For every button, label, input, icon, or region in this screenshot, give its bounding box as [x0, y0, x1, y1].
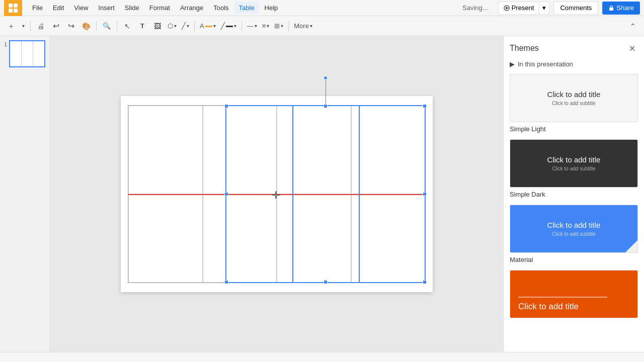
menu-tools[interactable]: Tools — [209, 2, 232, 14]
app-logo[interactable] — [4, 0, 22, 16]
toolbar-separator-4 — [194, 21, 195, 31]
svg-rect-1 — [14, 4, 18, 8]
main-area: 1 — [0, 36, 644, 352]
shapes-dropdown[interactable]: ⬡▾ — [166, 19, 179, 33]
more-dropdown[interactable]: More▾ — [292, 19, 314, 33]
menu-bar: File Edit View Insert Slide Format Arran… — [0, 0, 644, 16]
present-dropdown[interactable]: ▾ — [539, 2, 549, 14]
line-dropdown[interactable]: ╱▾ — [180, 19, 191, 33]
toolbar-separator-5 — [242, 21, 242, 31]
cell-r2c3[interactable] — [277, 194, 351, 283]
editor-canvas[interactable]: ✛ — [50, 36, 503, 352]
theme-item-orange: Click to add title — [510, 270, 638, 318]
slide-canvas[interactable]: ✛ — [121, 96, 433, 292]
theme-item-simple-dark: Click to add title Click to add subtitle… — [510, 139, 638, 199]
undo-button[interactable]: ↩ — [49, 19, 63, 33]
toolbar-separator-3 — [117, 21, 117, 31]
theme-preview-material[interactable]: Click to add title Click to add subtitle — [510, 205, 638, 253]
menu-edit[interactable]: Edit — [49, 2, 68, 14]
cell-r1c2[interactable] — [203, 106, 277, 194]
lock-icon — [608, 5, 614, 11]
table-grid — [128, 106, 425, 283]
menu-help[interactable]: Help — [261, 2, 282, 14]
rotation-handle[interactable] — [324, 76, 328, 80]
thumb-col-3 — [33, 41, 44, 66]
theme-preview-simple-light[interactable]: Click to add title Click to add subtitle — [510, 74, 638, 122]
theme-item-simple-light: Click to add title Click to add subtitle… — [510, 74, 638, 133]
top-right-actions: Present ▾ Comments Share — [498, 2, 640, 15]
theme-preview-orange[interactable]: Click to add title — [510, 270, 638, 318]
theme-title-material: Click to add title — [547, 221, 601, 229]
theme-sub-simple-light: Click to add subtitle — [552, 101, 596, 106]
orange-line — [518, 297, 607, 298]
theme-name-simple-light: Simple Light — [510, 125, 546, 133]
paint-button[interactable]: 🎨 — [79, 19, 93, 33]
menu-view[interactable]: View — [70, 2, 92, 14]
svg-rect-3 — [14, 9, 18, 13]
theme-name-simple-dark: Simple Dark — [510, 191, 545, 198]
fill-color-dropdown[interactable]: A ▾ — [198, 19, 218, 33]
thumb-col-1 — [10, 41, 22, 66]
svg-marker-5 — [506, 7, 509, 10]
line-color-dropdown[interactable]: ╱ ▾ — [219, 19, 238, 33]
themes-section-label: In this presentation — [518, 60, 573, 68]
cell-r2c2[interactable] — [203, 194, 277, 283]
thumb-col-2 — [22, 41, 33, 66]
cell-r1c4[interactable] — [351, 106, 426, 194]
menu-file[interactable]: File — [28, 2, 47, 14]
theme-sub-material: Click to add subtitle — [552, 231, 596, 237]
slide-thumbnail-container: 1 — [4, 40, 46, 67]
theme-title-simple-light: Click to add title — [547, 90, 601, 99]
add-dropdown[interactable]: ▾ — [19, 19, 27, 33]
themes-header: Themes ✕ — [510, 42, 638, 54]
present-icon — [504, 5, 510, 11]
menu-arrange[interactable]: Arrange — [176, 2, 207, 14]
present-main[interactable]: Present — [499, 2, 540, 14]
text-button[interactable]: T — [135, 19, 149, 33]
collapse-button[interactable]: ⌃ — [626, 19, 640, 33]
bottom-bar — [0, 352, 644, 362]
cell-r2c4[interactable] — [351, 194, 426, 283]
menu-format[interactable]: Format — [145, 2, 174, 14]
menu-table[interactable]: Table — [235, 2, 259, 14]
cell-r2c1[interactable] — [128, 194, 203, 283]
menu-insert[interactable]: Insert — [94, 2, 119, 14]
align-dropdown[interactable]: ⊞▾ — [272, 19, 285, 33]
image-button[interactable]: 🖼 — [150, 19, 165, 33]
saving-status: Saving... — [462, 4, 488, 12]
themes-close-button[interactable]: ✕ — [626, 42, 638, 54]
svg-rect-2 — [9, 9, 13, 13]
chevron-right-icon: ▶ — [510, 60, 515, 68]
theme-title-simple-dark: Click to add title — [547, 155, 601, 164]
zoom-button[interactable]: 🔍 — [100, 19, 114, 33]
comments-button[interactable]: Comments — [553, 2, 598, 15]
add-button[interactable]: + — [4, 19, 18, 33]
cell-r1c3[interactable] — [277, 106, 351, 194]
svg-rect-0 — [9, 4, 13, 8]
menu-slide[interactable]: Slide — [121, 2, 143, 14]
theme-name-material: Material — [510, 256, 533, 263]
line-dash-dropdown[interactable]: ≡▾ — [260, 19, 272, 33]
rotation-line — [326, 80, 326, 104]
toolbar-separator-2 — [96, 21, 97, 31]
toolbar-separator-6 — [288, 21, 289, 31]
select-button[interactable]: ↖ — [120, 19, 134, 33]
redo-button[interactable]: ↪ — [64, 19, 78, 33]
present-button[interactable]: Present ▾ — [498, 2, 550, 15]
theme-item-material: Click to add title Click to add subtitle… — [510, 205, 638, 264]
share-button[interactable]: Share — [602, 2, 640, 15]
theme-title-orange: Click to add title — [518, 302, 579, 312]
themes-title: Themes — [510, 44, 539, 53]
cell-r1c1[interactable] — [128, 106, 203, 194]
print-button[interactable]: 🖨 — [34, 19, 48, 33]
slide-panel: 1 — [0, 36, 50, 352]
svg-rect-6 — [609, 8, 613, 11]
themes-panel: Themes ✕ ▶ In this presentation Click to… — [503, 36, 644, 352]
in-this-presentation[interactable]: ▶ In this presentation — [510, 60, 638, 68]
theme-preview-simple-dark[interactable]: Click to add title Click to add subtitle — [510, 139, 638, 188]
toolbar-separator-1 — [30, 21, 31, 31]
line-weight-dropdown[interactable]: —▾ — [245, 19, 259, 33]
slide-thumbnail[interactable] — [9, 40, 45, 67]
table-element[interactable]: ✛ — [128, 105, 426, 283]
theme-sub-simple-dark: Click to add subtitle — [552, 166, 596, 171]
